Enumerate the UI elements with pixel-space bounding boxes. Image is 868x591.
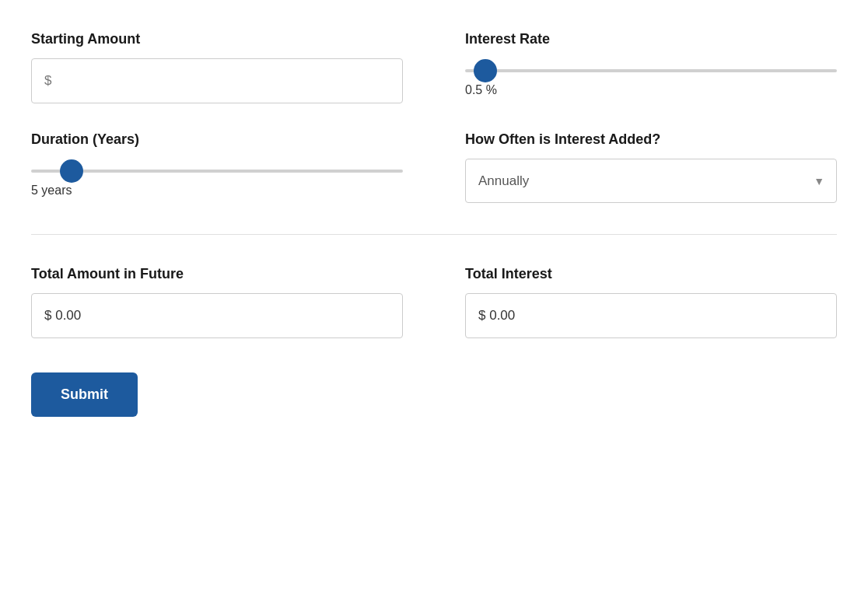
interest-rate-label: Interest Rate xyxy=(465,31,837,47)
duration-slider-wrapper: 5 years xyxy=(31,159,403,198)
interest-rate-slider[interactable] xyxy=(465,69,837,72)
total-interest-label: Total Interest xyxy=(465,266,837,282)
interest-rate-value: 0.5 % xyxy=(465,83,837,97)
interest-rate-section: Interest Rate 0.5 % xyxy=(465,31,837,103)
interest-rate-slider-wrapper: 0.5 % xyxy=(465,58,837,97)
duration-section: Duration (Years) 5 years xyxy=(31,131,403,203)
submit-row: Submit xyxy=(31,372,837,417)
compounding-select[interactable]: Annually Semi-Annually Quarterly Monthly… xyxy=(465,159,837,203)
compounding-select-wrapper: Annually Semi-Annually Quarterly Monthly… xyxy=(465,159,837,203)
duration-slider[interactable] xyxy=(31,170,403,173)
section-divider xyxy=(31,234,837,235)
starting-amount-section: Starting Amount xyxy=(31,31,403,103)
starting-amount-input[interactable] xyxy=(31,58,403,103)
compounding-section: How Often is Interest Added? Annually Se… xyxy=(465,131,837,203)
total-future-input xyxy=(31,293,403,338)
total-interest-section: Total Interest xyxy=(465,266,837,338)
duration-label: Duration (Years) xyxy=(31,131,403,148)
submit-button[interactable]: Submit xyxy=(31,372,138,417)
total-future-section: Total Amount in Future xyxy=(31,266,403,338)
compounding-label: How Often is Interest Added? xyxy=(465,131,837,148)
duration-value: 5 years xyxy=(31,184,403,198)
total-future-label: Total Amount in Future xyxy=(31,266,403,282)
starting-amount-label: Starting Amount xyxy=(31,31,403,47)
total-interest-input xyxy=(465,293,837,338)
